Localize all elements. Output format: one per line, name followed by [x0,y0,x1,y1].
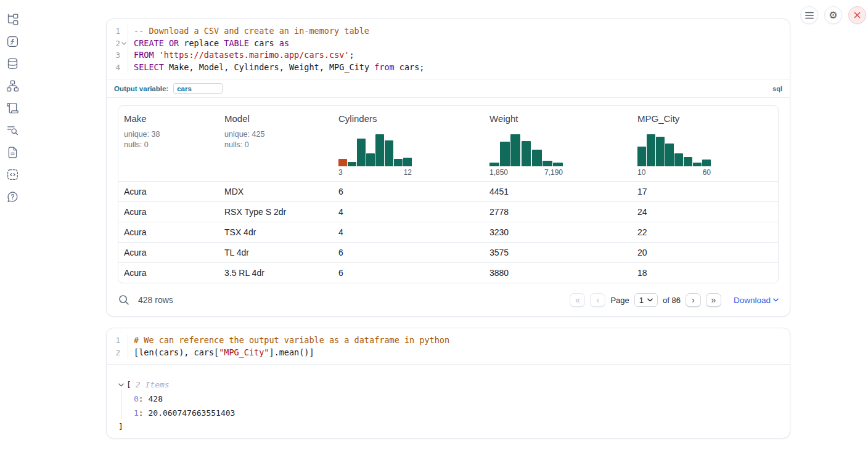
code-line: 3FROM 'https://datasets.marimo.app/cars.… [107,49,790,62]
table-cell: 3575 [484,248,632,257]
collapse-chevron-icon[interactable] [118,383,124,387]
prev-page-button[interactable]: ‹ [590,293,605,307]
table-cell: RSX Type S 2dr [219,207,333,217]
column-header-make[interactable]: Make unique: 38 nulls: 0 [118,106,219,181]
language-badge: sql [772,85,782,92]
settings-gear-button[interactable]: ⚙ [824,6,842,24]
menu-button[interactable] [800,6,818,24]
list-item: 1: 20.060747663551403 [134,407,790,421]
hist-bar [394,159,403,166]
hist-bar [375,134,384,166]
code-line-text: CREATE OR replace TABLE cars as [128,38,790,50]
table-cell: 3880 [484,268,632,278]
code-line: 1# We can reference the output variable … [107,334,790,347]
cylinders-histogram: 312 [338,134,412,177]
table-cell: 3230 [484,227,632,237]
fold-slot [120,25,128,38]
column-header-cylinders[interactable]: Cylinders 312 [333,106,484,181]
fold-chevron-icon[interactable] [120,38,128,50]
line-number: 2 [107,347,120,359]
table-cell: 6 [333,187,484,196]
chevron-down-icon [773,298,779,302]
document-icon[interactable] [6,146,19,159]
database-icon[interactable] [6,57,19,70]
close-bracket: ] [118,422,790,431]
table-header-row: Make unique: 38 nulls: 0 Model unique: 4… [118,106,778,181]
fold-slot [120,347,128,359]
table-cell: TSX 4dr [219,227,333,237]
pagination: « ‹ Page 1 of 86 › » Download [570,293,779,307]
hist-bar [693,163,702,166]
weight-histogram: 1,8507,190 [489,134,563,177]
column-stat: unique: 425 [224,129,328,140]
table-cell: 4 [333,207,484,217]
sql-cell: 1-- Download a CSV and create an in-memo… [106,18,790,317]
hist-min-label: 10 [637,168,645,177]
hist-bar [637,147,646,167]
table-cell: 2778 [484,207,632,217]
table-cell: 17 [632,187,778,196]
column-stat: nulls: 0 [124,140,214,150]
next-page-button[interactable]: › [686,293,701,307]
column-header-weight[interactable]: Weight 1,8507,190 [484,106,632,181]
hist-bar [357,139,366,167]
snippets-code-icon[interactable] [6,168,19,181]
python-code-editor[interactable]: 1# We can reference the output variable … [107,328,790,364]
column-header-mpg-city[interactable]: MPG_City 1060 [632,106,778,181]
function-square-icon[interactable] [6,35,19,48]
help-chat-icon[interactable] [6,190,19,203]
table-cell: Acura [118,227,219,237]
hist-max-label: 12 [404,168,412,177]
column-stat: nulls: 0 [224,140,328,150]
table-cell: Acura [118,248,219,257]
code-line: 1-- Download a CSV and create an in-memo… [107,25,790,38]
logs-search-icon[interactable] [6,124,19,137]
output-variable-input[interactable] [173,83,223,94]
table-cell: 24 [632,207,778,217]
sql-code-editor[interactable]: 1-- Download a CSV and create an in-memo… [107,19,790,79]
divider [107,97,790,98]
line-number: 4 [107,62,120,74]
page-label: Page [610,296,629,305]
download-button[interactable]: Download [734,296,779,305]
file-tree-icon[interactable] [6,13,19,26]
code-line-text: [len(cars), cars["MPG_City"].mean()] [128,347,790,359]
line-number: 3 [107,49,120,62]
fold-slot [120,62,128,74]
output-variable-label: Output variable: [114,85,168,92]
gear-icon: ⚙ [829,10,837,20]
column-stat: unique: 38 [124,129,214,140]
table-cell: 22 [632,227,778,237]
dependency-graph-icon[interactable] [6,79,19,92]
code-line-text: FROM 'https://datasets.marimo.app/cars.c… [128,49,790,62]
hist-bar [702,160,711,166]
line-number: 1 [107,334,120,347]
first-page-button[interactable]: « [570,293,585,307]
last-page-button[interactable]: » [706,293,721,307]
hist-bar [674,153,683,167]
table-cell: TL 4dr [219,248,333,257]
table-row: AcuraTSX 4dr4323022 [118,222,778,242]
column-header-model[interactable]: Model unique: 425 nulls: 0 [219,106,333,181]
hist-bar [542,161,552,166]
code-line: 4SELECT Make, Model, Cylinders, Weight, … [107,62,790,74]
hist-bar [656,137,665,166]
fold-slot [120,49,128,62]
scroll-icon[interactable] [6,102,19,115]
page-select[interactable]: 1 [634,293,658,307]
code-line: 2CREATE OR replace TABLE cars as [107,38,790,50]
hist-bar [403,158,412,167]
table-row: AcuraRSX Type S 2dr4277824 [118,201,778,222]
table-cell: 4 [333,227,484,237]
open-bracket: [ [126,380,131,389]
search-icon[interactable] [118,294,130,306]
table-row: Acura3.5 RL 4dr6388018 [118,262,778,283]
table-cell: 4451 [484,187,632,196]
table-cell: 20 [632,248,778,257]
code-line-text: # We can reference the output variable a… [128,334,790,347]
shutdown-button[interactable] [848,6,866,24]
hist-bar [510,134,520,166]
items-count-label: 2 Items [136,380,170,389]
hist-max-label: 60 [703,168,711,177]
hist-min-label: 1,850 [489,168,508,177]
